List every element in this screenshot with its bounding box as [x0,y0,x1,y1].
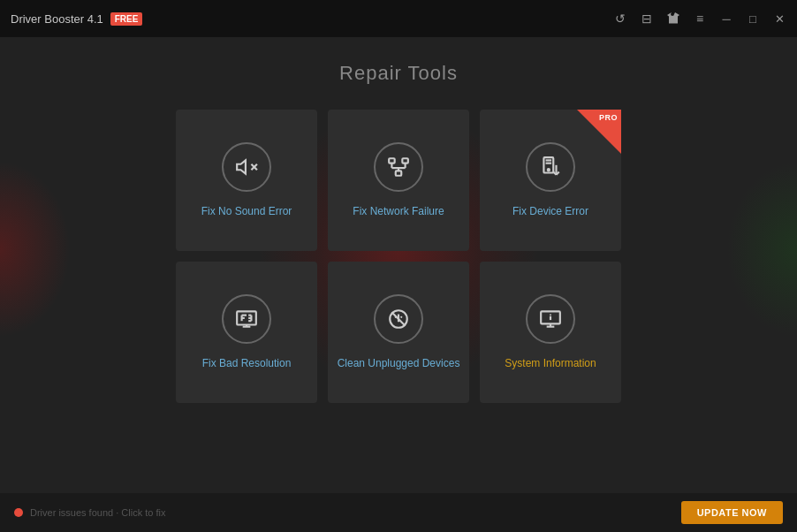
fix-no-sound-label: Fix No Sound Error [194,204,300,219]
tool-card-clean-unplugged-devices[interactable]: Clean Unplugged Devices [328,262,469,403]
svg-point-31 [400,315,402,317]
fix-device-error-icon [526,142,575,192]
tool-card-fix-device-error[interactable]: PRO Fix Device Error [480,110,621,251]
app-title: Driver Booster 4.1 [11,12,103,26]
title-bar-controls: ↺ ⊟ ≡ ─ □ ✕ [613,11,786,26]
svg-rect-5 [396,171,402,175]
bottom-bar: Driver issues found · Click to fix UPDAT… [0,493,797,532]
svg-rect-3 [389,158,395,163]
main-content: Repair Tools Fix No Sound Error [0,37,797,532]
svg-point-30 [395,315,397,317]
system-information-label: System Information [497,356,603,371]
svg-rect-17 [237,311,256,324]
close-button[interactable]: ✕ [772,11,786,26]
fix-no-sound-icon [222,142,271,192]
status-dot [14,508,23,517]
bottom-status-text: Driver issues found · Click to fix [30,507,165,518]
svg-point-11 [548,169,550,171]
title-bar-left: Driver Booster 4.1 FREE [11,12,142,26]
svg-marker-0 [237,160,246,173]
left-glow [0,161,71,338]
tool-card-system-information[interactable]: System Information [480,262,621,403]
tools-grid: Fix No Sound Error Fix Network Failure P [176,110,621,403]
tool-card-fix-no-sound[interactable]: Fix No Sound Error [176,110,317,251]
svg-rect-4 [402,158,408,163]
free-badge: FREE [110,12,143,26]
fix-network-failure-label: Fix Network Failure [345,204,451,219]
update-icon[interactable]: ⊟ [640,11,654,26]
right-glow [726,161,797,338]
history-icon[interactable]: ↺ [613,11,627,26]
menu-icon[interactable]: ≡ [693,11,707,26]
header-area: Repair Tools [0,37,797,101]
clean-unplugged-devices-label: Clean Unplugged Devices [330,356,467,371]
tool-card-fix-network-failure[interactable]: Fix Network Failure [328,110,469,251]
system-information-icon [526,294,575,344]
shirt-icon[interactable] [666,11,680,26]
page-title: Repair Tools [0,62,797,85]
fix-bad-resolution-icon [222,294,271,344]
minimize-button[interactable]: ─ [719,11,733,26]
maximize-button[interactable]: □ [746,11,760,26]
update-now-button[interactable]: UPDATE NOW [681,501,783,524]
pro-badge-text: PRO [599,113,618,122]
fix-bad-resolution-label: Fix Bad Resolution [195,356,299,371]
fix-device-error-label: Fix Device Error [505,204,596,219]
tool-card-fix-bad-resolution[interactable]: Fix Bad Resolution [176,262,317,403]
fix-network-failure-icon [374,142,423,192]
bottom-status: Driver issues found · Click to fix [14,507,165,518]
clean-unplugged-devices-icon [374,294,423,344]
title-bar: Driver Booster 4.1 FREE ↺ ⊟ ≡ ─ □ ✕ [0,0,797,37]
svg-point-37 [550,314,551,315]
